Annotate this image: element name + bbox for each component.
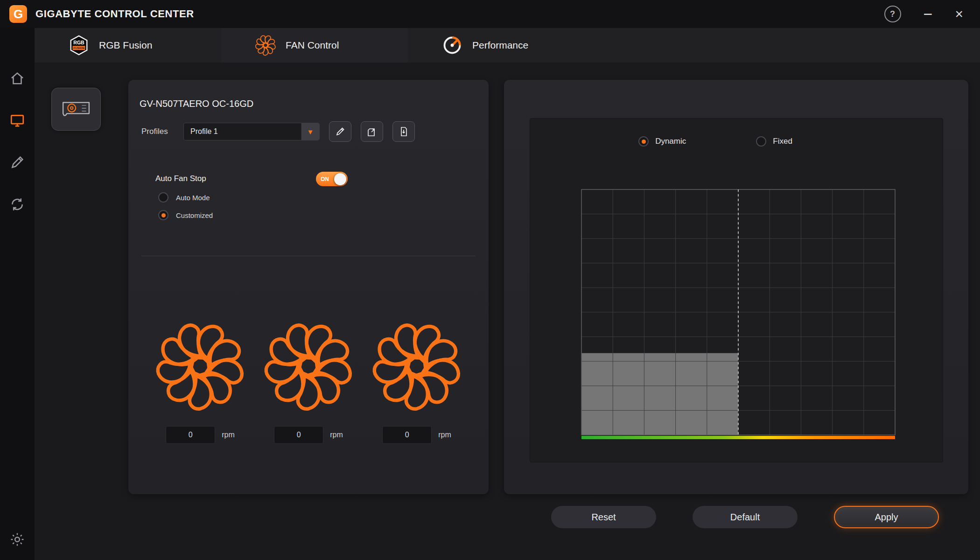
rpm-unit-label: rpm [330, 431, 343, 439]
edit-profile-button[interactable] [329, 121, 351, 142]
fan2-rpm-value[interactable]: 0 [274, 426, 323, 444]
rpm-unit-label: rpm [222, 431, 235, 439]
import-profile-button[interactable] [392, 121, 415, 142]
close-icon[interactable]: × [955, 7, 963, 21]
auto-fan-stop-label: Auto Fan Stop [155, 174, 206, 183]
curve-mode-legend: Dynamic Fixed [509, 136, 922, 147]
device-selector-gpu[interactable] [51, 88, 101, 131]
fan-icon [371, 321, 462, 412]
gigabyte-control-center-window: G GIGABYTE CONTROL CENTER ? − × RGB FUSI… [0, 0, 980, 560]
auto-fan-stop-toggle[interactable]: ON [316, 172, 348, 186]
device-name: GV-N507TAERO OC-16GD [140, 98, 253, 109]
default-button[interactable]: Default [693, 506, 798, 528]
help-icon[interactable]: ? [884, 6, 901, 22]
radio-icon [756, 136, 766, 147]
fan-indicators: 0 rpm 0 rpm 0 rpm [128, 321, 489, 444]
svg-text:RGB: RGB [73, 40, 84, 45]
tab-label: RGB Fusion [99, 40, 152, 51]
fan-icon [154, 321, 246, 412]
mode-label: Auto Mode [176, 194, 210, 202]
fan-curve-panel: Dynamic Fixed [504, 80, 968, 494]
fan-settings-panel: GV-N507TAERO OC-16GD Profiles Profile 1 … [128, 80, 489, 494]
tab-fan-control[interactable]: FAN Control [221, 28, 408, 63]
profile-select[interactable]: Profile 1 ▼ [183, 123, 320, 140]
gigabyte-logo-icon: G [9, 5, 27, 23]
tab-rgb-fusion[interactable]: RGB FUSION RGB Fusion [35, 28, 221, 63]
settings-button[interactable] [8, 530, 27, 549]
toggle-state-label: ON [321, 176, 329, 182]
import-profile-icon [398, 126, 409, 137]
toggle-knob [334, 173, 346, 185]
reset-button[interactable]: Reset [551, 506, 656, 528]
sidebar-home-button[interactable] [8, 69, 27, 88]
chevron-down-icon[interactable]: ▼ [301, 123, 319, 140]
fan-curve-chart[interactable] [530, 161, 944, 463]
fan-icon [255, 35, 276, 56]
window-controls: ? − × [884, 6, 971, 22]
pencil-icon [335, 126, 346, 137]
divider [141, 256, 476, 256]
dynamic-mode-radio[interactable]: Dynamic [638, 136, 686, 147]
fan-block-1: 0 rpm [152, 321, 248, 444]
fan-icon [263, 321, 354, 412]
radio-icon-selected [158, 210, 168, 220]
gpu-card-icon [61, 98, 91, 120]
fan-block-3: 0 rpm [369, 321, 465, 444]
sync-arrows-icon [9, 196, 25, 212]
tab-label: FAN Control [286, 40, 339, 51]
radio-icon-selected [638, 136, 649, 147]
zero-rpm-region [581, 353, 738, 435]
monitor-icon [9, 112, 25, 128]
top-navbar: RGB FUSION RGB Fusion FAN Control Perfor… [35, 28, 980, 63]
legend-label: Dynamic [655, 137, 686, 146]
radio-icon [158, 192, 168, 203]
minimize-icon[interactable]: − [924, 7, 933, 21]
apply-button[interactable]: Apply [834, 506, 939, 528]
mode-label: Customized [176, 211, 213, 219]
titlebar: G GIGABYTE CONTROL CENTER ? − × [0, 0, 980, 28]
sidebar-sync-button[interactable] [8, 195, 27, 214]
rgb-fusion-icon: RGB FUSION [68, 35, 90, 56]
left-rail [0, 28, 35, 560]
profile-selected-value: Profile 1 [184, 127, 301, 136]
auto-mode-radio[interactable]: Auto Mode [158, 192, 210, 203]
fixed-mode-radio[interactable]: Fixed [756, 136, 792, 147]
profiles-label: Profiles [141, 127, 183, 136]
customized-mode-radio[interactable]: Customized [158, 210, 213, 220]
sidebar-devices-button[interactable] [8, 111, 27, 130]
fan-block-2: 0 rpm [260, 321, 357, 444]
export-profile-button[interactable] [361, 121, 383, 142]
pen-tool-icon [9, 154, 25, 170]
rpm-unit-label: rpm [438, 431, 451, 439]
action-buttons: Reset Default Apply [551, 506, 939, 528]
home-icon [9, 70, 25, 86]
tab-label: Performance [472, 40, 528, 51]
gear-icon [9, 532, 25, 547]
profiles-row: Profiles Profile 1 ▼ [141, 123, 415, 140]
fan3-rpm-value[interactable]: 0 [382, 426, 432, 444]
fan1-rpm-value[interactable]: 0 [166, 426, 215, 444]
performance-gauge-icon [441, 35, 463, 56]
temperature-gradient-bar [581, 436, 895, 439]
sidebar-tools-button[interactable] [8, 153, 27, 172]
fan-curve-chart-box: Dynamic Fixed [530, 118, 943, 462]
tab-performance[interactable]: Performance [408, 28, 595, 63]
svg-text:FUSION: FUSION [73, 46, 84, 49]
app-title: GIGABYTE CONTROL CENTER [35, 8, 194, 20]
export-profile-icon [366, 126, 378, 137]
legend-label: Fixed [773, 137, 792, 146]
